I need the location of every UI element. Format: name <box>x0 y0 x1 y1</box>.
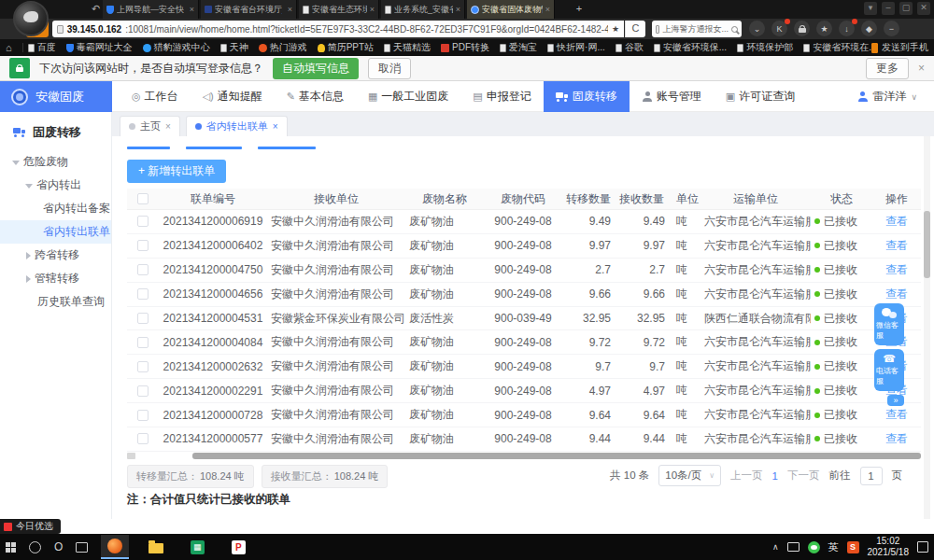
sidebar-item[interactable]: 跨省转移 <box>0 244 111 267</box>
games-icon[interactable]: ◆ <box>861 21 877 36</box>
bookmark-item[interactable]: 百度 <box>28 41 56 54</box>
scroll-left-arrow-icon[interactable] <box>127 453 135 459</box>
tab-close-icon[interactable]: × <box>456 5 460 14</box>
row-checkbox[interactable] <box>137 264 149 275</box>
nav-item-speaker[interactable]: ◁)通知提醒 <box>191 81 275 112</box>
taskbar-pdf-app[interactable]: P <box>224 535 252 559</box>
bookmark-item[interactable]: 热门游戏 <box>259 41 307 54</box>
row-checkbox[interactable] <box>137 361 149 372</box>
bookmark-item[interactable]: 安徽省环境保... <box>654 41 727 54</box>
view-link[interactable]: 查看 <box>885 215 908 228</box>
bookmark-star-icon[interactable]: ★ <box>612 24 619 34</box>
page-size-select[interactable]: 10条/页 ∨ <box>658 465 721 486</box>
autofill-confirm-button[interactable]: 自动填写信息 <box>273 58 359 79</box>
horizontal-scrollbar[interactable] <box>127 453 921 459</box>
user-menu[interactable]: 雷洋洋 ∨ <box>856 81 917 112</box>
scrollbar-thumb[interactable] <box>924 211 930 278</box>
row-checkbox[interactable] <box>137 433 149 444</box>
page-tab[interactable]: 省内转出联单× <box>186 116 288 136</box>
refresh-button[interactable]: C <box>625 21 645 37</box>
tab-close-icon[interactable]: × <box>273 121 278 132</box>
skin-button[interactable]: ▾ <box>864 2 877 15</box>
bookmark-item[interactable]: 猎豹游戏中心 <box>143 41 210 54</box>
nav-item-info[interactable]: ✎基本信息 <box>275 81 356 112</box>
add-waybill-button[interactable]: + 新增转出联单 <box>127 160 226 183</box>
tray-expand-icon[interactable]: ∧ <box>772 542 779 552</box>
row-checkbox[interactable] <box>137 385 149 397</box>
ime-indicator[interactable]: 英 <box>828 540 839 554</box>
browser-logo[interactable] <box>13 1 49 36</box>
chevron-down-icon[interactable]: ⌄ <box>749 21 765 36</box>
tab-back-arrow-icon[interactable]: ↶ <box>92 3 100 15</box>
tab-close-icon[interactable]: × <box>190 5 194 14</box>
sogou-icon[interactable]: S <box>847 541 859 553</box>
more-button[interactable]: 更多 <box>866 58 909 79</box>
bookmark-item[interactable]: 安徽省环境在... <box>803 41 871 54</box>
download-icon[interactable]: ↓ <box>839 21 855 36</box>
sidebar-item[interactable]: 危险废物 <box>0 150 111 174</box>
next-page-button[interactable]: 下一页 <box>787 469 820 483</box>
row-checkbox[interactable] <box>137 240 149 251</box>
start-button[interactable] <box>6 542 16 553</box>
autofill-cancel-button[interactable]: 取消 <box>368 58 411 79</box>
scrollbar-thumb[interactable] <box>192 453 921 459</box>
nav-item-form[interactable]: ▤申报登记 <box>460 81 543 112</box>
sidebar-item[interactable]: 省内转出联单 <box>0 220 111 244</box>
nav-item-license[interactable]: ▣许可证查询 <box>714 81 807 112</box>
tab-close-icon[interactable]: × <box>370 5 375 14</box>
favorites-star-icon[interactable]: ★ <box>816 21 832 36</box>
taskbar-explorer-app[interactable] <box>142 535 170 559</box>
row-checkbox[interactable] <box>137 410 149 421</box>
phone-service-button[interactable]: ☎ 电话客服 <box>874 349 904 391</box>
bookmark-item[interactable]: PDF转换 <box>441 41 489 54</box>
bookmark-item[interactable]: 天神 <box>220 41 248 54</box>
row-checkbox[interactable] <box>137 313 149 324</box>
bookmark-item[interactable]: 爱淘宝 <box>500 41 537 54</box>
row-checkbox[interactable] <box>137 337 149 348</box>
sidebar-item[interactable]: 管辖转移 <box>0 267 111 290</box>
kingsoft-icon[interactable]: K <box>771 21 787 36</box>
wechat-service-button[interactable]: 微信客服 <box>874 303 904 345</box>
browser-tab[interactable]: 安徽省固体废物管理× <box>467 0 555 19</box>
vertical-scrollbar[interactable] <box>924 136 930 519</box>
home-icon[interactable]: ⌂ <box>6 42 12 53</box>
nav-item-users[interactable]: 账号管理 <box>630 81 714 112</box>
new-tab-button[interactable]: + <box>572 2 587 17</box>
bookmark-item[interactable]: 天猫精选 <box>384 41 431 54</box>
sidebar-item[interactable]: 省内转出备案 <box>0 197 111 220</box>
today-pick-tag[interactable]: 今日优选 <box>0 519 61 534</box>
collapse-widgets-button[interactable]: » <box>887 395 904 406</box>
sidebar-item[interactable]: 历史联单查询 <box>0 290 111 314</box>
tab-close-icon[interactable]: × <box>288 5 292 14</box>
browser-tab[interactable]: 上网导航—安全快捷...× <box>103 0 199 19</box>
minus-icon[interactable]: − <box>884 21 899 36</box>
goto-page-input[interactable]: 1 <box>860 467 883 485</box>
action-center-icon[interactable] <box>917 541 928 553</box>
browser-tab[interactable]: 业务系统_安徽省生...× <box>381 0 465 19</box>
bookmark-item[interactable]: 快折网·网... <box>547 41 605 54</box>
cortana-icon[interactable] <box>29 541 41 553</box>
nav-item-workbench[interactable]: ◎工作台 <box>120 81 191 112</box>
send-to-phone-button[interactable]: 发送到手机 <box>871 41 928 54</box>
clock[interactable]: 15:02 2021/5/18 <box>868 536 910 558</box>
view-link[interactable]: 查看 <box>885 263 908 276</box>
select-all-checkbox[interactable] <box>137 193 149 204</box>
view-link[interactable]: 查看 <box>885 432 908 445</box>
task-view-icon[interactable] <box>76 542 88 553</box>
tab-close-icon[interactable]: × <box>545 5 550 14</box>
lock-icon[interactable] <box>794 21 810 36</box>
bookmark-item[interactable]: 环境保护部 <box>737 41 793 54</box>
network-icon[interactable] <box>787 542 800 552</box>
taskbar-wps-app[interactable]: ▦ <box>183 535 211 559</box>
nav-item-truck[interactable]: 固废转移 <box>544 81 630 112</box>
bookmark-item[interactable]: 简历PPT站 <box>318 41 374 54</box>
notify-close-icon[interactable]: × <box>918 62 925 75</box>
page-tab[interactable]: 主页× <box>120 116 180 136</box>
url-field[interactable]: 39.145.0.162 :10081/main/view/home/home.… <box>52 21 624 37</box>
minimize-button[interactable]: – <box>882 2 895 15</box>
wechat-tray-icon[interactable] <box>808 541 820 553</box>
taskbar-browser-app[interactable] <box>101 535 129 559</box>
bookmark-item[interactable]: 毒霸网址大全 <box>66 41 133 54</box>
view-link[interactable]: 查看 <box>885 239 908 252</box>
close-button[interactable]: ✕ <box>917 2 930 15</box>
